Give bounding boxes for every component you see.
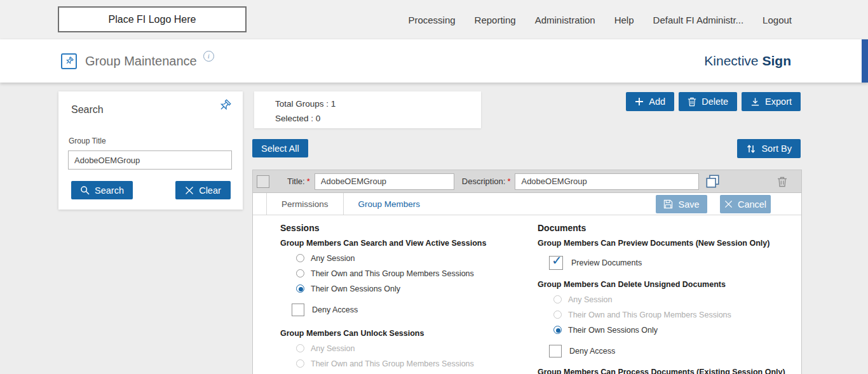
preview-documents-label: Preview Documents — [571, 258, 642, 267]
page: Place FI Logo Here Processing Reporting … — [0, 0, 868, 374]
nav-item-reporting[interactable]: Reporting — [475, 15, 516, 25]
group-maintenance-icon — [61, 53, 77, 69]
page-header: Group Maintenance i Kinective Sign — [0, 39, 868, 83]
total-groups-text: Total Groups : 1 — [275, 97, 481, 111]
copy-icon[interactable] — [705, 174, 720, 189]
radio-option-row: Their Own and This Group Members Session… — [553, 309, 795, 320]
radio-option-row: Any Session — [553, 294, 795, 305]
nav-item-logout[interactable]: Logout — [763, 15, 792, 25]
search-button[interactable]: Search — [71, 181, 133, 199]
sessions-column: Sessions Group Members Can Search and Vi… — [280, 223, 525, 374]
group-row-checkbox[interactable] — [257, 175, 269, 188]
radio-button[interactable] — [553, 311, 562, 319]
add-button[interactable]: Add — [626, 92, 674, 111]
nav-item-user-menu[interactable]: Default FI Administr... — [653, 15, 744, 25]
row-trash-icon[interactable] — [777, 176, 787, 187]
title-required-marker: * — [307, 177, 310, 186]
tab-permissions[interactable]: Permissions — [266, 193, 344, 215]
radio-button[interactable] — [553, 326, 562, 334]
permission-group-label: Group Members Can Search and View Active… — [280, 239, 525, 248]
download-icon — [750, 97, 760, 107]
cancel-button[interactable]: Cancel — [720, 195, 771, 213]
plus-icon — [635, 97, 644, 106]
sessions-heading: Sessions — [280, 223, 525, 234]
save-floppy-icon — [663, 199, 673, 209]
tab-strip: Permissions Group Members Save Cancel — [253, 193, 801, 215]
export-button[interactable]: Export — [742, 92, 801, 111]
deny-access-checkbox[interactable] — [292, 304, 304, 316]
radio-option-row: Their Own and This Group Members Session… — [296, 358, 525, 369]
documents-heading: Documents — [538, 223, 795, 234]
tab-group-members[interactable]: Group Members — [344, 193, 435, 215]
radio-button[interactable] — [296, 344, 304, 352]
group-row-header: Title: * Description: * — [253, 170, 801, 193]
group-card: Title: * Description: * Permissions Grou… — [252, 170, 802, 374]
radio-option-row: Any Session — [296, 253, 525, 264]
title-field-label: Title: — [287, 177, 305, 186]
nav-item-help[interactable]: Help — [614, 15, 634, 25]
brand-name: Kinective — [704, 53, 758, 69]
description-required-marker: * — [507, 177, 510, 186]
brand-product: Sign — [763, 53, 792, 69]
save-button-label: Save — [678, 199, 699, 210]
documents-column: Documents Group Members Can Preview Docu… — [538, 223, 795, 374]
radio-option-row: Their Own Sessions Only — [553, 324, 795, 335]
select-all-button[interactable]: Select All — [252, 139, 308, 157]
clear-x-icon — [185, 186, 194, 195]
deny-access-label: Deny Access — [312, 305, 358, 314]
radio-label: Their Own and This Group Members Session… — [311, 359, 474, 368]
radio-button[interactable] — [296, 359, 304, 368]
info-icon[interactable]: i — [203, 51, 214, 62]
sort-arrows-icon — [746, 144, 756, 154]
select-all-label: Select All — [261, 144, 299, 154]
deny-access-row: Deny Access — [292, 303, 525, 316]
radio-button[interactable] — [296, 284, 304, 293]
deny-access-checkbox[interactable] — [549, 345, 562, 357]
radio-label: Any Session — [311, 254, 355, 263]
radio-option-row: Any Session — [296, 343, 525, 354]
scrollbar-thumb[interactable] — [862, 39, 868, 83]
nav-item-processing[interactable]: Processing — [408, 15, 455, 25]
group-title-input[interactable] — [68, 150, 232, 170]
radio-button[interactable] — [296, 269, 304, 277]
description-input[interactable] — [515, 173, 699, 190]
group-actions-toolbar: Add Delete Export — [626, 92, 801, 111]
permission-group-label: Group Members Can Unlock Sessions — [280, 329, 525, 338]
radio-label: Their Own and This Group Members Session… — [568, 311, 731, 319]
radio-label: Their Own Sessions Only — [311, 284, 400, 293]
radio-button[interactable] — [296, 254, 304, 262]
nav-item-administration[interactable]: Administration — [535, 15, 595, 25]
save-button[interactable]: Save — [656, 195, 707, 213]
cancel-x-icon — [724, 200, 733, 208]
group-title-label: Group Title — [69, 137, 106, 145]
clear-button[interactable]: Clear — [175, 181, 231, 199]
clear-button-label: Clear — [199, 185, 221, 196]
export-button-label: Export — [765, 97, 792, 107]
search-panel-title: Search — [71, 104, 104, 116]
cancel-button-label: Cancel — [738, 199, 766, 210]
title-input[interactable] — [315, 173, 454, 190]
preview-documents-checkbox[interactable] — [549, 256, 563, 270]
selected-count-text: Selected : 0 — [275, 111, 481, 126]
fi-logo-placeholder: Place FI Logo Here — [58, 6, 247, 32]
trash-icon — [688, 97, 696, 107]
radio-label: Their Own and This Group Members Session… — [311, 269, 474, 278]
radio-button[interactable] — [553, 295, 562, 304]
deny-access-row: Deny Access — [549, 344, 795, 357]
radio-label: Any Session — [311, 344, 355, 353]
delete-button[interactable]: Delete — [679, 92, 737, 111]
description-field-label: Description: — [462, 177, 506, 186]
search-button-label: Search — [95, 185, 124, 196]
radio-option-row: Their Own Sessions Only — [296, 283, 525, 294]
pin-icon[interactable] — [217, 99, 231, 116]
deny-access-label: Deny Access — [569, 347, 615, 356]
preview-documents-row: Preview Documents — [549, 256, 795, 270]
sort-by-button[interactable]: Sort By — [737, 139, 801, 158]
radio-option-row: Their Own and This Group Members Session… — [296, 268, 525, 279]
page-title: Group Maintenance — [85, 54, 197, 69]
search-panel: Search Group Title Search Clear — [58, 91, 243, 210]
group-summary: Total Groups : 1 Selected : 0 — [254, 91, 481, 128]
page-header-left: Group Maintenance i — [61, 39, 214, 83]
permission-group-label: Group Members Can Process Documents (Exi… — [538, 368, 795, 374]
radio-label: Any Session — [568, 295, 612, 304]
